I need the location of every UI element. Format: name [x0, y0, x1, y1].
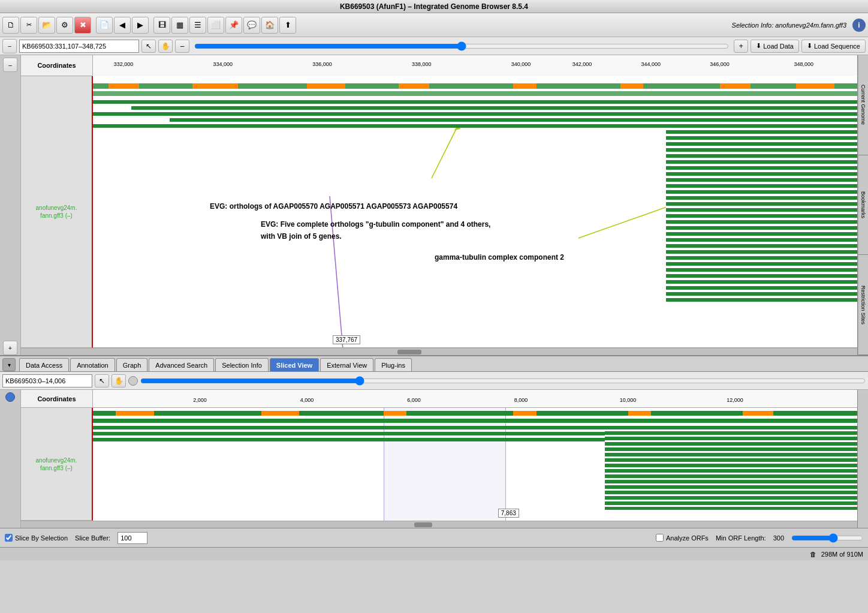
- toolbar-btn-pin[interactable]: 📌: [225, 17, 242, 34]
- tab-external-view[interactable]: External View: [320, 358, 373, 371]
- slice-buffer-label: Slice Buffer:: [75, 534, 110, 542]
- zoom-slider-container: [194, 40, 729, 53]
- left-panel-collapse-btn[interactable]: –: [3, 58, 17, 72]
- coord-tick-336: 336,000: [312, 61, 332, 67]
- sliced-coordinates-content: 2,000 4,000 6,000 8,000 10,000 12,000: [93, 390, 857, 408]
- toolbar-btn-doc[interactable]: 📄: [96, 17, 113, 34]
- sliced-zoom-slider[interactable]: [140, 376, 866, 386]
- gene-band-orange-5: [513, 83, 536, 89]
- annotation-label-4: gamma-tubulin complex component 2: [435, 253, 564, 262]
- analyze-orfs-checkbox[interactable]: [656, 534, 664, 542]
- coord-tick-340: 340,000: [511, 61, 531, 67]
- toolbar-btn-list[interactable]: ☰: [189, 17, 206, 34]
- slice-buffer-input[interactable]: [117, 532, 147, 544]
- sliced-genome-track-content[interactable]: 7,863: [93, 408, 857, 521]
- restriction-sites-tab[interactable]: Restriction Sites: [858, 255, 868, 355]
- min-orf-length-label: Min ORF Length:: [716, 534, 766, 542]
- nav-collapse-btn[interactable]: –: [2, 39, 17, 53]
- sliced-scroll-thumb[interactable]: [414, 522, 432, 527]
- sliced-tick-8000: 8,000: [514, 397, 528, 403]
- left-panel-expand-btn[interactable]: +: [3, 341, 17, 355]
- genome-track-content[interactable]: EVG: orthologs of AGAP005570 AGAP005571 …: [93, 76, 857, 348]
- pan-mode-btn[interactable]: ✋: [158, 40, 173, 53]
- toolbar-btn-cut[interactable]: ✂: [20, 17, 37, 34]
- sliced-slider-container: [140, 374, 866, 387]
- toolbar-btn-square[interactable]: ⬜: [207, 17, 224, 34]
- sliced-view-area: Coordinates 2,000 4,000 6,000 8,000 10,0…: [0, 390, 868, 528]
- horizontal-scrollbar[interactable]: [21, 348, 857, 355]
- sliced-orange-4: [513, 411, 536, 416]
- position-marker: 337,767: [333, 335, 360, 344]
- toolbar-btn-film[interactable]: 🎞: [153, 17, 170, 34]
- zoom-out-btn[interactable]: –: [175, 40, 189, 53]
- scroll-thumb[interactable]: [397, 350, 421, 354]
- coord-tick-344: 344,000: [641, 61, 661, 67]
- toolbar-btn-home[interactable]: 🏠: [261, 17, 278, 34]
- cursor-mode-btn[interactable]: ↖: [141, 40, 156, 53]
- coordinates-track-label: Coordinates: [21, 55, 93, 76]
- load-data-button[interactable]: ⬇ Load Data: [751, 40, 799, 53]
- sliced-pan-btn[interactable]: ✋: [111, 374, 126, 387]
- tab-plug-ins[interactable]: Plug-ins: [375, 358, 412, 371]
- tab-data-access[interactable]: Data Access: [19, 358, 69, 371]
- sliced-cursor-btn[interactable]: ↖: [95, 374, 109, 387]
- coord-tick-338: 338,000: [412, 61, 432, 67]
- toolbar-btn-close[interactable]: ✖: [74, 17, 91, 34]
- toolbar-btn-grid[interactable]: ▦: [171, 17, 188, 34]
- coordinates-track-content: 332,000 334,000 336,000 338,000 340,000 …: [93, 55, 857, 76]
- gene-band-orange-6: [620, 83, 643, 89]
- tab-sliced-view[interactable]: Sliced View: [270, 358, 319, 371]
- tab-advanced-search[interactable]: Advanced Search: [149, 358, 214, 371]
- toolbar-btn-back[interactable]: ◀: [114, 17, 131, 34]
- sliced-dense-right: [605, 426, 857, 510]
- main-genome-view: – + Coordinates 332,000 334,000 336,000 …: [0, 55, 868, 355]
- current-genome-tab[interactable]: Current Genome: [858, 55, 868, 155]
- toolbar-btn-comment[interactable]: 💬: [243, 17, 260, 34]
- tab-bar: ▾ Data Access Annotation Graph Advanced …: [0, 355, 868, 372]
- toolbar-btn-new[interactable]: 🗋: [2, 17, 19, 34]
- sliced-coordinate-input[interactable]: [2, 374, 92, 387]
- sliced-right-panel: [857, 390, 868, 528]
- toolbar-btn-settings[interactable]: ⚙: [56, 17, 73, 34]
- info-button[interactable]: i: [852, 19, 866, 32]
- sliced-orange-5: [628, 411, 651, 416]
- coord-tick-348: 348,000: [794, 61, 813, 67]
- coordinates-track: Coordinates 332,000 334,000 336,000 338,…: [21, 55, 857, 76]
- coord-tick-346: 346,000: [710, 61, 730, 67]
- svg-line-2: [578, 202, 680, 238]
- load-sequence-button[interactable]: ⬇ Load Sequence: [801, 40, 866, 53]
- analyze-orfs-label[interactable]: Analyze ORFs: [656, 534, 709, 542]
- tab-graph[interactable]: Graph: [116, 358, 148, 371]
- tab-selection-info[interactable]: Selection Info: [215, 358, 269, 371]
- sliced-left-panel: [0, 390, 21, 528]
- sliced-position-marker: 7,863: [498, 509, 519, 518]
- gene-row-5: [93, 124, 743, 128]
- gene-band-orange-1: [108, 83, 139, 89]
- gene-band-orange-3: [307, 83, 345, 89]
- slice-by-selection-checkbox[interactable]: [5, 534, 13, 542]
- gene-band-orange-7: [720, 83, 751, 89]
- coordinate-input[interactable]: [19, 40, 139, 53]
- sliced-tick-2000: 2,000: [193, 397, 207, 403]
- slice-by-selection-label[interactable]: Slice By Selection: [5, 534, 68, 542]
- zoom-slider[interactable]: [194, 41, 729, 51]
- selection-highlight: [384, 408, 506, 521]
- gene-band-orange-2: [192, 83, 239, 89]
- toolbar-btn-forward[interactable]: ▶: [132, 17, 149, 34]
- orf-length-slider[interactable]: [791, 533, 863, 543]
- bookmarks-tab[interactable]: Bookmarks: [858, 155, 868, 256]
- zoom-in-btn[interactable]: +: [734, 40, 748, 53]
- sliced-gene-row-2: [93, 419, 857, 423]
- selection-info-text: Selection Info: anofunevg24m.fann.gff3: [732, 22, 846, 29]
- sliced-horizontal-scrollbar[interactable]: [21, 521, 857, 528]
- window-title: KB669503 (AfunF1) – Integrated Genome Br…: [340, 2, 528, 11]
- sliced-tick-10000: 10,000: [620, 397, 637, 403]
- toolbar-btn-up[interactable]: ⬆: [279, 17, 296, 34]
- tab-expand-button[interactable]: ▾: [2, 358, 16, 371]
- tab-annotation[interactable]: Annotation: [70, 358, 115, 371]
- toolbar-btn-open[interactable]: 📂: [38, 17, 55, 34]
- sliced-circle-btn[interactable]: [128, 376, 138, 386]
- sliced-tick-12000: 12,000: [727, 397, 743, 403]
- sliced-coordinates-label: Coordinates: [21, 390, 93, 408]
- sliced-tick-6000: 6,000: [407, 397, 421, 403]
